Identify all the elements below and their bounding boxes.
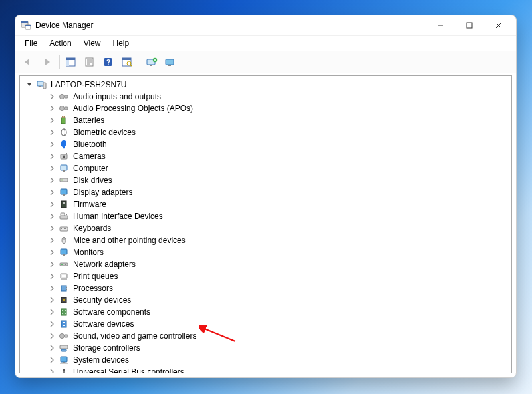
- chevron-right-icon[interactable]: [48, 93, 56, 100]
- svg-point-93: [63, 369, 65, 371]
- chevron-right-icon[interactable]: [48, 236, 56, 244]
- toolbar-scan-hardware-button[interactable]: [118, 54, 136, 70]
- tree-item[interactable]: Computer: [20, 162, 511, 174]
- chevron-right-icon[interactable]: [48, 356, 56, 364]
- toolbar-help-button[interactable]: ?: [100, 54, 117, 70]
- chevron-right-icon[interactable]: [48, 308, 56, 316]
- tree-item[interactable]: Software components: [20, 306, 511, 318]
- chevron-right-icon[interactable]: [48, 224, 56, 232]
- menu-action[interactable]: Action: [44, 37, 76, 49]
- svg-rect-5: [467, 23, 472, 28]
- category-icon: [59, 211, 69, 222]
- category-icon: [59, 199, 69, 210]
- chevron-right-icon[interactable]: [48, 140, 56, 148]
- category-icon: [59, 175, 69, 186]
- tree-item[interactable]: Monitors: [20, 246, 511, 258]
- toolbar-remove-device-button[interactable]: [162, 54, 179, 70]
- tree-item[interactable]: Human Interface Devices: [20, 210, 511, 222]
- tree-item[interactable]: Storage controllers: [20, 342, 511, 354]
- chevron-right-icon[interactable]: [48, 116, 56, 124]
- category-icon: [59, 91, 69, 102]
- tree-item-label: Security devices: [72, 296, 132, 305]
- tree-item[interactable]: Disk drives: [20, 174, 511, 186]
- chevron-right-icon[interactable]: [48, 200, 56, 208]
- chevron-right-icon[interactable]: [48, 248, 56, 256]
- svg-point-62: [61, 264, 63, 265]
- maximize-button[interactable]: [455, 16, 484, 35]
- tree-item[interactable]: Processors: [20, 282, 511, 294]
- tree-item[interactable]: Software devices: [20, 318, 511, 330]
- tree-item[interactable]: Universal Serial Bus controllers: [20, 366, 511, 373]
- chevron-right-icon[interactable]: [48, 104, 56, 112]
- chevron-right-icon[interactable]: [48, 272, 56, 280]
- svg-rect-47: [63, 194, 65, 196]
- category-icon: [59, 163, 69, 174]
- tree-item[interactable]: Bluetooth: [20, 138, 511, 150]
- chevron-right-icon[interactable]: [48, 344, 56, 352]
- svg-rect-37: [64, 116, 65, 118]
- toolbar-properties-button[interactable]: [81, 54, 98, 70]
- tree-item[interactable]: Network adapters: [20, 258, 511, 270]
- device-tree: LAPTOP-ESH2SN7UAudio inputs and outputsA…: [20, 76, 511, 373]
- minimize-button[interactable]: [426, 16, 455, 35]
- chevron-right-icon[interactable]: [48, 128, 56, 136]
- tree-root[interactable]: LAPTOP-ESH2SN7U: [20, 79, 511, 91]
- svg-rect-88: [60, 345, 68, 349]
- tree-item[interactable]: Mice and other pointing devices: [20, 234, 511, 246]
- tree-item-label: Storage controllers: [72, 343, 142, 353]
- toolbar-add-legacy-hardware-button[interactable]: [143, 54, 160, 70]
- category-icon: [59, 271, 69, 282]
- chevron-right-icon[interactable]: [48, 188, 56, 196]
- device-manager-window: Device Manager File Action View Help ?: [15, 15, 517, 378]
- menu-view[interactable]: View: [78, 37, 106, 49]
- tree-item[interactable]: Sound, video and game controllers: [20, 330, 511, 342]
- tree-item[interactable]: Batteries: [20, 114, 511, 126]
- app-icon: [21, 20, 31, 31]
- chevron-right-icon[interactable]: [48, 320, 56, 328]
- svg-rect-28: [37, 81, 43, 86]
- menu-file[interactable]: File: [19, 37, 43, 49]
- tree-item-label: Print queues: [72, 272, 119, 281]
- tree-item[interactable]: Biometric devices: [20, 126, 511, 138]
- chevron-right-icon[interactable]: [48, 176, 56, 184]
- tree-item-label: Human Interface Devices: [72, 212, 164, 221]
- chevron-down-icon[interactable]: [25, 81, 33, 89]
- toolbar-back-button[interactable]: [19, 54, 37, 70]
- tree-item[interactable]: Cameras: [20, 150, 511, 162]
- toolbar-show-hide-tree-button[interactable]: [63, 54, 80, 70]
- device-tree-pane[interactable]: LAPTOP-ESH2SN7UAudio inputs and outputsA…: [19, 75, 512, 373]
- toolbar-forward-button[interactable]: [38, 54, 55, 70]
- tree-item[interactable]: Print queues: [20, 270, 511, 282]
- chevron-right-icon[interactable]: [48, 332, 56, 340]
- svg-rect-56: [65, 228, 66, 229]
- chevron-right-icon[interactable]: [48, 152, 56, 160]
- svg-rect-74: [63, 291, 63, 292]
- chevron-right-icon[interactable]: [48, 212, 56, 220]
- svg-rect-27: [168, 65, 171, 66]
- window-title: Device Manager: [35, 21, 93, 30]
- tree-item[interactable]: Security devices: [20, 294, 511, 306]
- tree-item[interactable]: System devices: [20, 354, 511, 366]
- chevron-right-icon[interactable]: [48, 164, 56, 172]
- chevron-right-icon[interactable]: [48, 296, 56, 304]
- close-button[interactable]: [484, 16, 513, 35]
- svg-rect-48: [61, 201, 66, 208]
- tree-item[interactable]: Audio inputs and outputs: [20, 91, 511, 102]
- chevron-right-icon[interactable]: [48, 368, 56, 373]
- menu-help[interactable]: Help: [108, 37, 135, 49]
- tree-item-label: Audio inputs and outputs: [72, 92, 162, 101]
- category-icon: [59, 283, 69, 294]
- chevron-right-icon[interactable]: [48, 260, 56, 268]
- svg-rect-71: [66, 289, 67, 290]
- tree-item[interactable]: Firmware: [20, 198, 511, 210]
- tree-item[interactable]: Keyboards: [20, 222, 511, 234]
- computer-icon: [36, 79, 47, 90]
- category-icon: [59, 331, 69, 341]
- chevron-right-icon[interactable]: [48, 284, 56, 292]
- tree-item[interactable]: Display adapters: [20, 186, 511, 198]
- svg-rect-35: [61, 118, 65, 124]
- tree-item[interactable]: Audio Processing Objects (APOs): [20, 102, 511, 114]
- category-icon: [59, 343, 69, 353]
- svg-point-40: [63, 156, 65, 158]
- svg-rect-73: [65, 285, 65, 286]
